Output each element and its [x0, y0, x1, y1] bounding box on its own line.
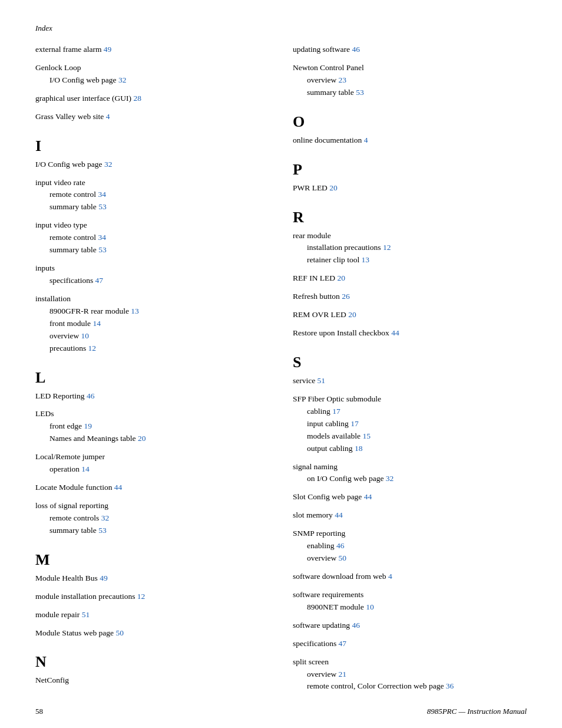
entry-page-num[interactable]: 13: [362, 255, 370, 264]
entry-page-num[interactable]: 32: [101, 513, 110, 522]
entry-page-num[interactable]: 36: [446, 681, 454, 690]
index-entry: software updating 46: [293, 620, 527, 632]
entry-page-num[interactable]: 17: [332, 407, 340, 416]
entry-page-num[interactable]: 20: [348, 310, 356, 319]
entry-page-num[interactable]: 44: [114, 483, 123, 492]
entry-sub: overview 10: [35, 330, 269, 342]
footer-title: 8985PRC — Instruction Manual: [427, 707, 527, 716]
entry-page-num[interactable]: 20: [329, 183, 338, 192]
index-entry: signal namingon I/O Config web page 32: [293, 461, 527, 486]
entry-main: online documentation 4: [293, 134, 527, 147]
entry-main: SFP Fiber Optic submodule: [293, 393, 527, 406]
entry-sub: precautions 12: [35, 342, 269, 355]
index-columns: external frame alarm 49Genlock LoopI/O C…: [35, 44, 527, 699]
index-entry: specifications 47: [293, 638, 527, 650]
entry-main: REM OVR LED 20: [293, 309, 527, 321]
entry-page-num[interactable]: 49: [104, 45, 112, 54]
index-entry: software download from web 4: [293, 571, 527, 583]
entry-page-num[interactable]: 46: [352, 621, 360, 630]
entry-page-num[interactable]: 44: [335, 510, 343, 519]
entry-page-num[interactable]: 26: [342, 292, 350, 301]
entry-page-num[interactable]: 44: [364, 492, 372, 501]
entry-sub: overview 21: [293, 668, 527, 681]
entry-sub: summary table 53: [293, 87, 527, 99]
index-entry: installation8900GFR-R rear module 13fron…: [35, 293, 269, 355]
index-entry: LED Reporting 46: [35, 390, 269, 403]
section-letter-p: P: [293, 161, 527, 179]
entry-page-num[interactable]: 13: [131, 307, 139, 315]
entry-page-num[interactable]: 51: [82, 610, 90, 619]
entry-page-num[interactable]: 10: [366, 602, 374, 611]
index-entry: input video rateremote control 34summary…: [35, 177, 269, 214]
entry-sub: Names and Meanings table 20: [35, 433, 269, 445]
index-entry: Restore upon Install checkbox 44: [293, 327, 527, 340]
index-entry: module repair 51: [35, 609, 269, 621]
entry-page-num[interactable]: 46: [87, 391, 95, 400]
entry-sub: remote controls 32: [35, 512, 269, 525]
entry-page-num[interactable]: 12: [88, 344, 97, 353]
entry-main: split screen: [293, 656, 527, 668]
entry-page-num[interactable]: 19: [84, 421, 92, 430]
entry-page-num[interactable]: 47: [339, 639, 347, 648]
entry-page-num[interactable]: 34: [98, 233, 106, 242]
entry-page-num[interactable]: 49: [100, 574, 108, 582]
entry-sub: summary table 53: [35, 244, 269, 256]
header-text: Index: [35, 24, 52, 32]
entry-page-num[interactable]: 44: [391, 328, 399, 337]
entry-page-num[interactable]: 23: [339, 75, 347, 84]
entry-page-num[interactable]: 28: [133, 94, 141, 103]
entry-sub: I/O Config web page 32: [35, 74, 269, 87]
entry-page-num[interactable]: 32: [386, 474, 394, 483]
entry-page-num[interactable]: 14: [93, 319, 101, 328]
entry-page-num[interactable]: 47: [95, 276, 104, 285]
entry-page-num[interactable]: 4: [388, 572, 392, 581]
entry-page-num[interactable]: 53: [98, 526, 107, 535]
entry-page-num[interactable]: 34: [98, 190, 106, 199]
entry-page-num[interactable]: 53: [98, 245, 107, 254]
entry-page-num[interactable]: 53: [356, 88, 364, 97]
index-entry: Newton Control Paneloverview 23summary t…: [293, 62, 527, 99]
entry-page-num[interactable]: 12: [137, 592, 146, 601]
entry-page-num[interactable]: 53: [98, 202, 107, 211]
entry-page-num[interactable]: 20: [337, 274, 345, 282]
index-entry: Genlock LoopI/O Config web page 32: [35, 62, 269, 87]
entry-main: updating software 46: [293, 44, 527, 56]
entry-page-num[interactable]: 12: [383, 243, 391, 252]
entry-page-num[interactable]: 4: [364, 136, 368, 144]
entry-page-num[interactable]: 46: [352, 45, 360, 54]
section-letter-m: M: [35, 551, 269, 569]
index-entry: NetConfig: [35, 674, 269, 687]
index-entry: slot memory 44: [293, 509, 527, 522]
entry-sub: enabling 46: [293, 540, 527, 552]
entry-page-num[interactable]: 50: [339, 554, 347, 562]
entry-main: installation: [35, 293, 269, 305]
index-entry: service 51: [293, 375, 527, 387]
entry-page-num[interactable]: 21: [339, 670, 347, 678]
entry-page-num[interactable]: 32: [104, 160, 113, 169]
index-entry: PWR LED 20: [293, 182, 527, 195]
entry-main: Refresh button 26: [293, 291, 527, 303]
entry-sub: retainer clip tool 13: [293, 254, 527, 266]
entry-page-num[interactable]: 32: [118, 75, 127, 84]
entry-page-num[interactable]: 50: [115, 628, 124, 637]
entry-main: software requirements: [293, 589, 527, 601]
entry-page-num[interactable]: 4: [106, 112, 110, 121]
entry-page-num[interactable]: 15: [362, 431, 371, 440]
entry-main: Genlock Loop: [35, 62, 269, 74]
entry-sub: front edge 19: [35, 420, 269, 433]
entry-page-num[interactable]: 18: [355, 444, 363, 453]
entry-sub: overview 50: [293, 552, 527, 565]
entry-page-num[interactable]: 14: [81, 465, 90, 473]
section-letter-s: S: [293, 354, 527, 371]
entry-main: Locate Module function 44: [35, 482, 269, 494]
entry-main: inputs: [35, 262, 269, 275]
entry-page-num[interactable]: 10: [81, 331, 90, 340]
entry-main: external frame alarm 49: [35, 44, 269, 56]
entry-main: I/O Config web page 32: [35, 159, 269, 171]
entry-page-num[interactable]: 17: [351, 419, 359, 428]
entry-page-num[interactable]: 20: [138, 434, 146, 443]
entry-page-num[interactable]: 46: [336, 541, 345, 550]
index-entry: SFP Fiber Optic submodulecabling 17input…: [293, 393, 527, 455]
index-entry: LEDsfront edge 19Names and Meanings tabl…: [35, 408, 269, 445]
entry-page-num[interactable]: 51: [318, 376, 326, 385]
